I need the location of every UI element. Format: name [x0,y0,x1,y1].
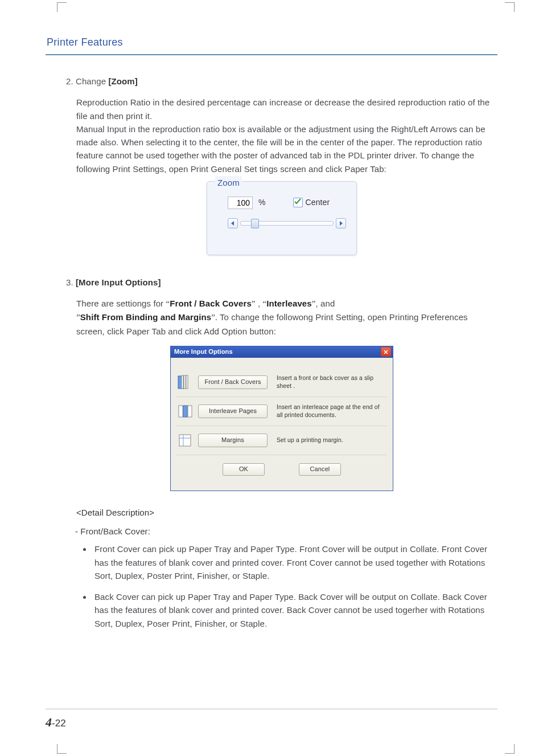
dialog-row: Front / Back Covers Insert a front or ba… [176,368,387,397]
ok-button[interactable]: OK [223,463,265,476]
list-item: Back Cover can pick up Paper Tray and Pa… [92,590,497,630]
slider-left-button[interactable] [228,218,238,228]
zoom-panel: Zoom % Center [207,181,357,255]
margins-icon [176,432,194,449]
crop-mark [505,2,515,12]
quote-close: ” [252,299,256,308]
crop-mark [57,744,67,754]
interleave-pages-button[interactable]: Interleave Pages [198,404,268,418]
quote-close: ”. [211,313,217,322]
term: Front / Back Covers [170,299,252,308]
cancel-button[interactable]: Cancel [299,463,341,476]
text-run: There are settiongs for [76,299,166,308]
step-prefix: Change [76,76,106,86]
crop-mark [505,744,515,754]
row-description: Set up a printing margin. [272,436,385,444]
term: Shift From Binding and Margins [80,312,212,322]
zoom-slider [207,214,356,228]
footer-divider [46,709,497,709]
chapter-number: 4 [46,715,52,729]
svg-rect-4 [179,406,183,417]
svg-rect-2 [184,375,186,389]
dialog-row: Interleave Pages Insert an interleace pa… [176,397,387,426]
slider-thumb[interactable] [251,219,259,228]
step-number: 2. [66,76,73,86]
checkbox-checked-icon[interactable] [293,198,303,207]
dialog-titlebar[interactable]: More Input Options [171,346,393,358]
detail-lead: - Front/Back Cover: [75,525,497,538]
quote-open: ” [76,313,80,322]
step-number: 3. [66,277,73,287]
zoom-input[interactable] [228,197,253,209]
row-description: Insert a front or back cover as a slip s… [272,374,385,390]
percent-label: % [258,197,266,209]
step-bold: [Zoom] [108,76,137,86]
list-item: Front Cover can pick up Paper Tray and P… [92,542,497,582]
svg-rect-3 [186,375,188,389]
svg-rect-6 [188,406,192,417]
content-body: 2. Change [Zoom] Reproduction Ratio in t… [46,75,497,630]
svg-rect-7 [179,435,191,446]
slider-right-button[interactable] [336,218,346,228]
dialog-row: Margins Set up a printing margin. [176,426,387,455]
page: Printer Features 2. Change [Zoom] Reprod… [0,0,543,756]
detail-heading: <Detail Description> [76,506,497,519]
margins-button[interactable]: Margins [198,434,268,447]
svg-rect-5 [183,406,187,417]
slider-track[interactable] [240,221,334,226]
center-checkbox-label: Center [306,197,330,209]
detail-bullets: Front Cover can pick up Paper Tray and P… [92,542,497,630]
page-number: 4-22 [46,715,66,730]
more-input-options-dialog: More Input Options Front / Back Covers I… [170,346,393,491]
step-3-heading: 3. [More Input Options] [66,276,497,289]
step-2-heading: 2. Change [Zoom] [66,75,497,88]
row-description: Insert an interleace page at the end of … [272,403,385,419]
close-button[interactable] [381,347,391,357]
interleave-icon [176,403,194,420]
term: Interleaves [266,299,311,308]
covers-icon [176,374,194,391]
divider [46,54,497,55]
page-in-chapter: 22 [55,718,66,729]
step-3-paragraph: There are settiongs for “Front / Back Co… [76,297,497,338]
center-checkbox-wrap[interactable]: Center [293,197,330,209]
step-2-paragraph: Reproduction Ratio in the desired percen… [76,96,497,175]
dialog-actions: OK Cancel [176,455,387,485]
dialog-title: More Input Options [174,347,233,357]
svg-rect-1 [182,375,183,389]
step-bold: [More Input Options] [76,277,161,287]
dialog-body: Front / Back Covers Insert a front or ba… [171,358,393,491]
crop-mark [57,2,67,12]
zoom-legend: Zoom [215,176,242,189]
text-run: , and [315,299,335,308]
front-back-covers-button[interactable]: Front / Back Covers [198,375,268,389]
section-title: Printer Features [47,36,497,48]
